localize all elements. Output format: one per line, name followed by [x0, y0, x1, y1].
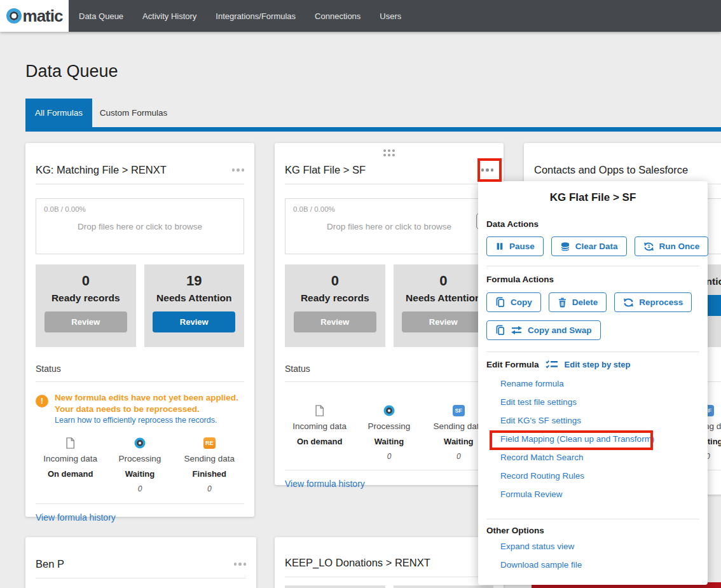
formula-card-ben-p: Ben P — [25, 537, 256, 588]
edit-step-by-step-link[interactable]: Edit step by step — [565, 360, 631, 369]
other-options-label: Other Options — [486, 526, 699, 535]
review-attention-button[interactable]: Review — [153, 311, 235, 332]
review-ready-button[interactable]: Review — [45, 311, 127, 332]
divider — [285, 470, 493, 470]
menu-link-record-routing-rules[interactable]: Record Routing Rules — [500, 467, 708, 485]
swap-arrows-icon — [511, 326, 523, 334]
divider — [285, 184, 493, 184]
tab-custom-formulas[interactable]: Custom Formulas — [92, 99, 175, 127]
document-icon — [65, 437, 75, 449]
page-title: Data Queue — [25, 62, 118, 81]
active-tab-underline — [25, 127, 721, 132]
ready-label: Ready records — [36, 292, 136, 304]
context-menu-title: KG Flat File > SF — [478, 191, 708, 204]
renxt-badge-icon: RE — [203, 437, 216, 449]
view-formula-history-link[interactable]: View formula history — [36, 512, 244, 523]
status-label: Status — [36, 364, 244, 374]
omatic-logo-text: matic — [23, 6, 63, 26]
drag-handle-icon[interactable] — [383, 149, 395, 156]
menu-link-edit-kgs-sf-settings[interactable]: Edit KG's SF settings — [500, 411, 708, 430]
needs-attention-box — [394, 585, 494, 588]
menu-link-expand-status-view[interactable]: Expand status view — [500, 537, 708, 556]
reprocess-button[interactable]: Reprocess — [614, 292, 692, 312]
divider — [486, 352, 699, 352]
salesforce-badge-icon: SF — [453, 405, 465, 416]
warning-text: New formula edits have not yet been appl… — [55, 392, 244, 414]
menu-link-edit-test-file-settings[interactable]: Edit test file settings — [500, 393, 708, 411]
card-title: KG Flat File > SF — [285, 164, 366, 176]
review-attention-button[interactable]: Review — [402, 311, 484, 332]
menu-link-field-mapping[interactable]: Field Mapping (Clean up and Transform) — [500, 430, 708, 448]
review-ready-button[interactable]: Review — [294, 311, 376, 332]
status-label: Status — [285, 364, 493, 374]
trash-icon — [558, 297, 567, 308]
card-title: Ben P — [36, 558, 64, 570]
pause-button[interactable]: Pause — [486, 236, 544, 256]
reprocess-icon — [623, 297, 634, 308]
step-incoming-data: Incoming data On demand — [36, 436, 105, 493]
formula-context-menu: KG Flat File > SF Data Actions Pause Cle… — [478, 181, 708, 585]
run-once-icon: 1 — [643, 242, 654, 252]
nav-item-integrations-formulas[interactable]: Integrations/Formulas — [216, 11, 296, 21]
step-processing: Processing Waiting 0 — [354, 404, 423, 461]
formula-actions-label: Formula Actions — [486, 275, 699, 284]
warning-help-link[interactable]: Learn how to efficiently reprocess the r… — [55, 416, 244, 425]
formula-card-keep-lo: KEEP_LO Donations > RENXT — [275, 537, 504, 588]
reprocess-warning: ! New formula edits have not yet been ap… — [36, 392, 244, 425]
delete-button[interactable]: Delete — [549, 292, 607, 312]
needs-attention-box: 19 Needs Attention Review — [144, 264, 245, 347]
ready-records-box: 0 Ready records Review — [285, 264, 385, 347]
omatic-logo-o-icon — [6, 8, 22, 24]
view-formula-history-link[interactable]: View formula history — [285, 479, 493, 489]
document-icon — [315, 405, 324, 416]
formula-card-kg-flat-file: KG Flat File > SF 0.0B / 0.00% Drop file… — [275, 143, 504, 485]
dropzone-hint: Drop files here or click to browse — [285, 222, 493, 231]
copy-icon — [495, 297, 505, 308]
attention-label: Needs Attention — [144, 292, 245, 304]
step-incoming-data: Incoming data On demand — [285, 404, 354, 461]
divider — [36, 381, 244, 382]
card-menu-button[interactable] — [230, 168, 245, 172]
clear-data-button[interactable]: Clear Data — [551, 236, 627, 256]
file-dropzone[interactable]: 0.0B / 0.00% Drop files here or click to… — [285, 198, 493, 254]
nav-item-connections[interactable]: Connections — [315, 11, 360, 21]
card-title: Contacts and Opps to Salesforce — [534, 164, 688, 176]
file-dropzone[interactable]: 0.0B / 0.00% Drop files here or click to… — [36, 198, 244, 254]
nav-item-activity-history[interactable]: Activity History — [142, 11, 196, 21]
dropzone-hint: Drop files here or click to browse — [36, 222, 244, 231]
card-menu-button[interactable] — [479, 168, 494, 172]
database-icon — [560, 242, 570, 252]
card-title: KG: Matching File > RENXT — [36, 164, 167, 176]
edit-formula-links: Rename formula Edit test file settings E… — [500, 374, 708, 503]
menu-link-rename-formula[interactable]: Rename formula — [500, 374, 708, 393]
divider — [486, 266, 699, 266]
other-options-links: Expand status view Download sample file — [500, 537, 708, 574]
nav-items: Data Queue Activity History Integrations… — [79, 0, 401, 32]
upload-progress-text: 0.0B / 0.00% — [44, 205, 86, 213]
menu-link-download-sample-file[interactable]: Download sample file — [500, 556, 708, 574]
step-list-icon — [546, 360, 558, 369]
divider — [486, 519, 699, 519]
upload-progress-text: 0.0B / 0.00% — [293, 205, 335, 213]
ready-count: 0 — [36, 273, 136, 289]
warning-icon: ! — [36, 395, 48, 407]
menu-link-record-match-search[interactable]: Record Match Search — [500, 448, 708, 467]
svg-text:1: 1 — [647, 243, 650, 249]
ready-records-box — [285, 585, 385, 588]
card-menu-button[interactable] — [232, 563, 247, 566]
run-once-button[interactable]: 1 Run Once — [635, 236, 709, 256]
menu-link-formula-review[interactable]: Formula Review — [500, 485, 708, 503]
divider — [285, 381, 493, 382]
data-actions-label: Data Actions — [486, 219, 699, 229]
copy-and-swap-button[interactable]: Copy and Swap — [486, 320, 601, 340]
divider — [36, 503, 244, 504]
processing-icon — [137, 440, 143, 446]
tab-all-formulas[interactable]: All Formulas — [25, 99, 92, 127]
nav-item-users[interactable]: Users — [380, 11, 401, 21]
nav-item-data-queue[interactable]: Data Queue — [79, 11, 123, 21]
step-sending-data: RE Sending data Finished 0 — [175, 436, 244, 493]
copy-button[interactable]: Copy — [486, 292, 541, 312]
pause-icon — [495, 242, 504, 251]
omatic-logo[interactable]: matic — [0, 0, 69, 32]
ready-count: 0 — [285, 273, 385, 289]
